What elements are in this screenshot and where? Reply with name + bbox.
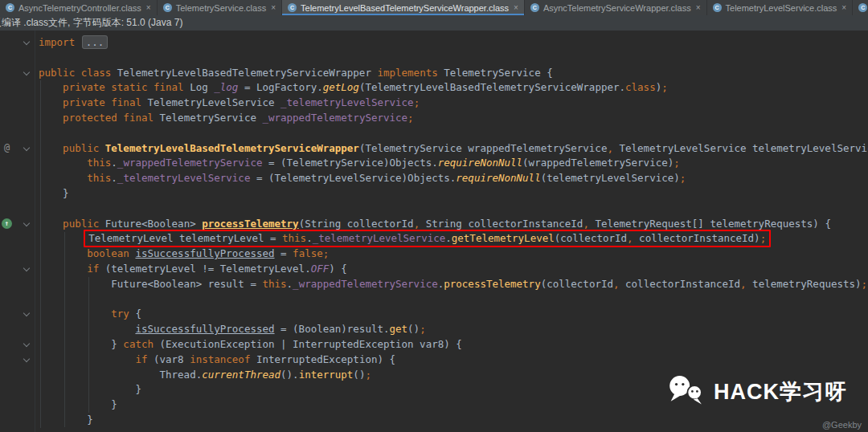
editor-tab[interactable]: CAsyncTelemetryController.class× xyxy=(0,0,158,15)
code-line: public TelemetryLevelBasedTelemetryServi… xyxy=(39,141,868,157)
editor-gutter: @↑ xyxy=(0,31,35,432)
close-icon[interactable]: × xyxy=(146,4,151,12)
code-line: Future<Boolean> result = this._wrappedTe… xyxy=(39,277,868,292)
editor-tab[interactable]: CTelemetryLevelService.class× xyxy=(707,0,854,15)
fold-marker-icon[interactable] xyxy=(23,356,30,362)
class-icon: C xyxy=(713,3,722,12)
class-icon: C xyxy=(530,3,539,12)
class-icon: C xyxy=(163,3,172,12)
implements-method-icon[interactable]: ↑ xyxy=(2,218,12,229)
fold-marker-icon[interactable] xyxy=(23,310,30,316)
indent-guide xyxy=(40,80,41,428)
tab-label: AsyncTelemetryController.class xyxy=(18,3,141,13)
code-line: boolean isSuccessfullyProcessed = false; xyxy=(39,247,868,262)
code-line: this._wrappedTelemetryService = (Telemet… xyxy=(39,156,868,171)
watermark-credit: @Geekby xyxy=(822,420,862,430)
code-line xyxy=(39,202,868,217)
indent-guide xyxy=(64,232,65,427)
banner-text: 反编译 .class文件, 字节码版本: 51.0 (Java 7) xyxy=(0,16,182,30)
code-line xyxy=(39,126,868,141)
tab-label: TelemetryLevelBasedTelemetryServiceWrapp… xyxy=(301,3,509,13)
code-line: if (telemetryLevel != TelemetryLevel.OFF… xyxy=(39,262,868,277)
tab-label: TelemetryService.class xyxy=(176,3,266,13)
editor-tab[interactable]: CTelemetryService.class× xyxy=(158,0,282,15)
tab-label: AsyncTelemetryServiceWrapper.class xyxy=(543,3,691,13)
code-editor[interactable]: @↑ import ... public class TelemetryLeve… xyxy=(0,31,868,432)
class-icon: C xyxy=(858,3,867,12)
code-line: private final TelemetryLevelService _tel… xyxy=(39,96,868,111)
class-icon: C xyxy=(6,3,14,12)
fold-marker-icon[interactable] xyxy=(23,68,30,75)
editor-tab-bar: CAsyncTelemetryController.class×CTelemet… xyxy=(0,0,868,15)
code-line: } catch (ExecutionException | Interrupte… xyxy=(39,337,868,353)
code-line: TelemetryLevel telemetryLevel = this._te… xyxy=(39,231,868,247)
close-icon[interactable]: × xyxy=(696,4,701,12)
class-icon: C xyxy=(288,3,297,12)
code-line: protected final TelemetryService _wrappe… xyxy=(39,111,868,126)
fold-marker-icon[interactable] xyxy=(23,144,30,150)
decompile-banner: 反编译 .class文件, 字节码版本: 51.0 (Java 7) xyxy=(0,15,868,31)
fold-marker-icon[interactable] xyxy=(23,265,30,271)
editor-tab[interactable]: CAsyncTelemetryServiceWrapper.class× xyxy=(525,0,707,15)
code-line: public class TelemetryLevelBasedTelemetr… xyxy=(39,66,868,81)
code-area[interactable]: import ... public class TelemetryLevelBa… xyxy=(35,31,868,432)
code-line xyxy=(39,292,868,308)
ide-window: CAsyncTelemetryController.class×CTelemet… xyxy=(0,0,868,432)
at-annotation-icon[interactable]: @ xyxy=(2,143,12,153)
close-icon[interactable]: × xyxy=(841,4,846,12)
editor-tab[interactable]: CDefaultTelemetryLevelService.class× xyxy=(853,0,868,15)
code-line: } xyxy=(39,186,868,202)
code-line xyxy=(39,51,868,66)
fold-marker-icon[interactable] xyxy=(23,219,30,226)
code-line: this._telemetryLevelService = (Telemetry… xyxy=(39,171,868,186)
indent-guide xyxy=(88,277,89,413)
tab-label: TelemetryLevelService.class xyxy=(726,3,837,13)
close-icon[interactable]: × xyxy=(271,4,276,12)
code-line: if (var8 instanceof InterruptedException… xyxy=(39,353,868,368)
watermark-title: HACK学习呀 xyxy=(714,377,847,406)
editor-tab[interactable]: CTelemetryLevelBasedTelemetryServiceWrap… xyxy=(282,0,525,15)
code-line: isSuccessfullyProcessed = (Boolean)resul… xyxy=(39,322,868,337)
code-line: private static final Log _log = LogFacto… xyxy=(39,80,868,96)
wechat-logo-icon xyxy=(667,373,706,411)
watermark: HACK学习呀 xyxy=(667,373,847,411)
fold-marker-icon[interactable] xyxy=(23,340,30,347)
code-line: } xyxy=(39,413,868,428)
fold-marker-icon[interactable] xyxy=(23,39,30,45)
code-line: import ... xyxy=(39,35,868,51)
close-icon[interactable]: × xyxy=(514,4,518,12)
highlight-box: TelemetryLevel telemetryLevel = this._te… xyxy=(84,230,771,247)
code-line: try { xyxy=(39,307,868,322)
